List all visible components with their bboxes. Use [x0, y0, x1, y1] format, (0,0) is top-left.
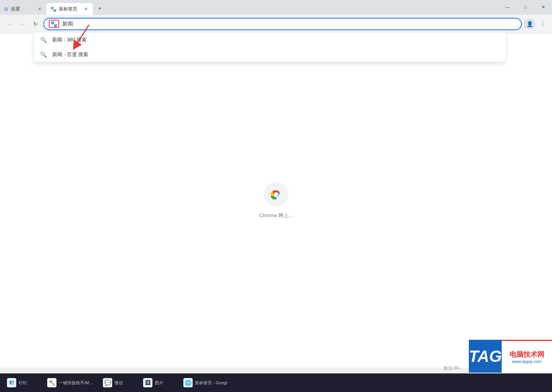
address-bar: ← → ↻ 🐾 👤 ⋮: [0, 15, 552, 33]
tab-settings-label: 设置: [11, 6, 20, 12]
autocomplete-item-baidu[interactable]: 🔍 新闻 - 百度 搜索: [34, 47, 506, 62]
forward-icon: →: [20, 21, 25, 27]
maximize-button[interactable]: □: [516, 1, 534, 13]
chrome-menu-button[interactable]: ⋮: [537, 19, 548, 29]
taskbar-label-helper: 一键排版助手/MyE: [59, 380, 94, 386]
taskbar-item-chrome[interactable]: 🌐 新标签页 - Googl: [179, 375, 231, 390]
plus-icon: +: [98, 5, 101, 12]
tag-letter: TAG: [469, 347, 502, 366]
reload-icon: ↻: [33, 21, 38, 27]
taskbar-label-chrome: 新标签页 - Googl: [195, 380, 227, 386]
autocomplete-item-360[interactable]: 🔍 新闻 - 360 搜索: [34, 33, 506, 47]
search-icon-360: 🔍: [40, 37, 47, 43]
forward-button[interactable]: →: [17, 19, 28, 29]
taskbar-icon-telecom: 钉: [7, 378, 16, 387]
taskbar-label-wechat: 微信: [115, 380, 123, 386]
maximize-icon: □: [524, 5, 527, 9]
autocomplete-label-baidu: 新闻 - 百度 搜索: [52, 51, 88, 58]
tag-blue-box: TAG: [469, 340, 502, 373]
autocomplete-dropdown: 🔍 新闻 - 360 搜索 🔍 新闻 - 百度 搜索: [34, 33, 506, 62]
taskbar-icon-chrome: 🌐: [183, 378, 193, 387]
browser-window: ⚙ 设置 ✕ 🐾 新标签页 ✕ + — □ ✕ ←: [0, 0, 552, 368]
omnibox-input[interactable]: [62, 21, 516, 27]
tag-watermark: TAG 电脑技术网 www.tagxp.com: [469, 340, 552, 373]
tab-paw-icon: 🐾: [50, 6, 56, 12]
menu-dots-icon: ⋮: [540, 20, 546, 27]
profile-icon: 👤: [526, 21, 533, 27]
settings-icon: ⚙: [4, 6, 9, 12]
close-button[interactable]: ✕: [534, 1, 552, 13]
tag-title: 电脑技术网: [509, 350, 544, 359]
browser-content: Chrome 网上...: [0, 33, 552, 368]
taskbar-icon-helper: 🔧: [47, 378, 56, 387]
tab-newtab-close[interactable]: ✕: [83, 6, 89, 12]
new-tab-button[interactable]: +: [94, 3, 105, 14]
reload-button[interactable]: ↻: [30, 19, 41, 29]
minimize-button[interactable]: —: [499, 1, 516, 13]
taskbar-item-helper[interactable]: 🔧 一键排版助手/MyE: [43, 375, 97, 390]
back-button[interactable]: ←: [4, 19, 15, 29]
tab-newtab[interactable]: 🐾 新标签页 ✕: [46, 3, 93, 15]
omnibox[interactable]: 🐾: [43, 18, 522, 30]
search-icon-baidu: 🔍: [40, 51, 47, 58]
profile-button[interactable]: 👤: [524, 19, 535, 29]
tag-subtitle: www.tagxp.com: [512, 359, 542, 364]
svg-point-3: [274, 192, 278, 196]
taskbar: 钉 钉钉 🔧 一键排版助手/MyE 💬 微信 🖼 图片 🌐 新标签页 - Goo…: [0, 373, 552, 392]
tab-newtab-label: 新标签页: [59, 6, 77, 12]
tag-text-box: 电脑技术网 www.tagxp.com: [502, 340, 552, 373]
taskbar-item-wechat[interactable]: 💬 微信: [99, 375, 138, 390]
minimize-icon: —: [506, 5, 510, 9]
omnibox-paw-icon: 🐾: [49, 20, 59, 28]
tab-settings[interactable]: ⚙ 设置 ✕: [0, 3, 46, 15]
back-icon: ←: [7, 21, 12, 27]
taskbar-label-telecom: 钉钉: [19, 380, 27, 386]
autocomplete-label-360: 新闻 - 360 搜索: [52, 36, 87, 43]
taskbar-icon-wechat: 💬: [103, 378, 112, 387]
taskbar-item-photo[interactable]: 🖼 图片: [139, 375, 178, 390]
close-icon: ✕: [542, 5, 545, 10]
chrome-store-icon-container[interactable]: [264, 182, 289, 207]
chrome-store-label: Chrome 网上...: [259, 212, 293, 219]
chrome-logo: [269, 187, 283, 201]
tab-bar: ⚙ 设置 ✕ 🐾 新标签页 ✕ + — □ ✕: [0, 0, 552, 15]
taskbar-item-telecom[interactable]: 钉 钉钉: [3, 375, 42, 390]
activate-windows-text: 激活 Wi...: [443, 365, 463, 371]
tab-settings-close[interactable]: ✕: [36, 6, 43, 12]
taskbar-label-photo: 图片: [155, 380, 163, 386]
taskbar-icon-photo: 🖼: [143, 378, 152, 387]
window-controls: — □ ✕: [499, 1, 552, 13]
